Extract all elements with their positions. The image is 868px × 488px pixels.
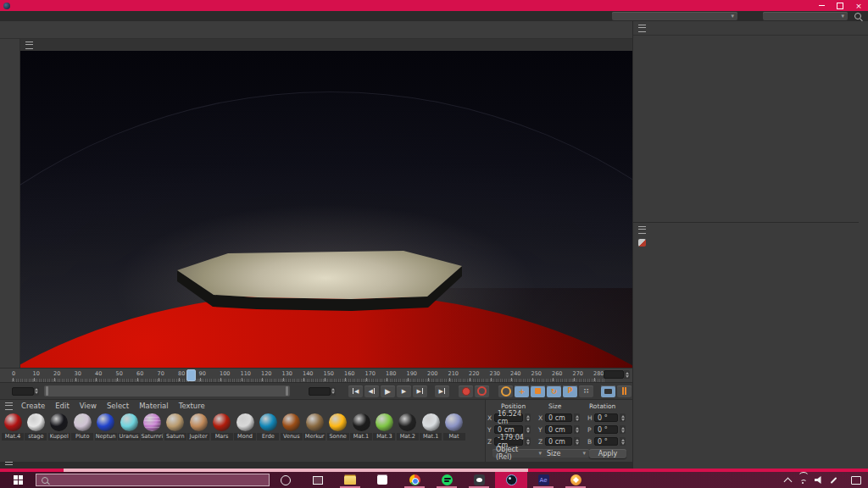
layout-select[interactable]: ▾ [763, 12, 848, 20]
after-effects-taskbar-icon[interactable]: Ae [527, 472, 559, 488]
key-scale-button[interactable] [531, 385, 545, 397]
stepper[interactable] [574, 437, 580, 446]
coord-value-field[interactable]: 0 cm [545, 437, 572, 446]
material-item[interactable]: Sonne [327, 413, 349, 441]
key-parameter-button[interactable]: P [563, 385, 577, 397]
material-item[interactable]: Mond [234, 413, 256, 441]
coord-value-field[interactable]: 0 ° [594, 425, 618, 434]
search-icon[interactable] [854, 13, 861, 19]
coord-value-field[interactable]: 0 ° [594, 413, 618, 422]
key-position-button[interactable]: + [515, 385, 529, 397]
material-item[interactable]: stage [25, 413, 47, 441]
coord-value-field[interactable]: 0 ° [594, 437, 618, 446]
maximize-button[interactable] [831, 0, 849, 11]
wifi-icon[interactable] [798, 476, 808, 484]
chrome-taskbar-icon[interactable] [398, 472, 431, 488]
material-item[interactable]: Mat.4 [2, 413, 24, 441]
material-item[interactable]: Pluto [71, 413, 93, 441]
cortana-button[interactable] [270, 472, 302, 488]
material-item[interactable]: Neptun [95, 413, 117, 441]
coord-mode-dropdown[interactable]: Object (Rel)▾ [492, 449, 545, 458]
material-menu-material[interactable]: Material [134, 402, 174, 410]
material-item[interactable]: Mat.3 [373, 413, 395, 441]
close-button[interactable]: × [849, 0, 868, 11]
material-item[interactable]: Merkur [303, 413, 326, 441]
motion-clips-button[interactable] [617, 385, 632, 397]
coord-value-field[interactable]: 0 cm [545, 425, 572, 434]
material-item[interactable]: Mat [443, 413, 465, 441]
key-rotation-button[interactable]: ↻ [547, 385, 561, 397]
stepper[interactable] [525, 425, 531, 434]
timeline-ruler[interactable]: 0102030405060708090100110120130140150160… [0, 368, 632, 382]
record-objects-button[interactable] [459, 385, 473, 397]
material-item[interactable]: Jupiter [187, 413, 209, 441]
explorer-taskbar-icon[interactable] [334, 472, 366, 488]
max-frame-field[interactable] [309, 387, 331, 396]
material-menu-create[interactable]: Create [16, 402, 50, 410]
material-menu-select[interactable]: Select [102, 402, 134, 410]
material-menu-texture[interactable]: Texture [174, 402, 210, 410]
material-item[interactable]: Saturn [164, 413, 186, 441]
material-item[interactable]: Mat.2 [397, 413, 419, 441]
minimize-button[interactable] [812, 0, 831, 11]
start-button[interactable] [0, 472, 36, 488]
coord-value-field[interactable]: 0 cm [545, 413, 572, 422]
range-start-stepper[interactable] [34, 387, 39, 396]
range-start-field[interactable] [12, 387, 34, 396]
taskbar-search-input[interactable] [36, 474, 270, 486]
coord-value-field[interactable]: -179.04 cm [494, 437, 523, 446]
coord-size-dropdown[interactable]: Size▾ [543, 449, 589, 458]
play-button[interactable]: ▶ [381, 385, 395, 397]
pen-icon[interactable] [831, 477, 837, 484]
stepper[interactable] [525, 437, 531, 446]
goto-end-button[interactable]: ▶ [435, 385, 449, 397]
autokeying-button[interactable] [475, 385, 489, 397]
material-menu-icon[interactable] [5, 402, 13, 410]
cinema4d-taskbar-icon[interactable] [495, 472, 527, 488]
max-frame-stepper[interactable] [331, 387, 336, 396]
material-item[interactable]: Venus [281, 413, 303, 441]
playhead[interactable] [186, 369, 196, 381]
goto-previous-key-button[interactable]: ◀ [364, 385, 379, 397]
spotify-taskbar-icon[interactable] [431, 472, 463, 488]
notification-icon[interactable] [851, 476, 861, 485]
stepper[interactable] [574, 425, 580, 434]
goto-next-key-button[interactable]: ▶ [413, 385, 427, 397]
material-item[interactable]: Mars [211, 413, 233, 441]
goto-start-button[interactable]: ◀ [348, 385, 363, 397]
material-menu-edit[interactable]: Edit [50, 402, 74, 410]
stepper[interactable] [525, 413, 531, 422]
solo-button[interactable] [601, 385, 615, 397]
objects-menu-icon[interactable] [638, 25, 646, 32]
key-pla-button[interactable]: ∷ [579, 385, 593, 397]
material-item[interactable]: Kuppel [48, 413, 70, 441]
material-menu-view[interactable]: View [75, 402, 102, 410]
material-item[interactable]: Uranus [118, 413, 140, 441]
game-taskbar-icon[interactable] [559, 472, 592, 488]
store-taskbar-icon[interactable] [366, 472, 398, 488]
preview-range-slider[interactable] [44, 385, 289, 396]
tray-chevron-icon[interactable] [784, 477, 793, 485]
volume-icon[interactable] [815, 476, 823, 484]
viewport-scene[interactable] [20, 51, 632, 368]
attributes-menu-icon[interactable] [638, 226, 646, 234]
material-item[interactable]: Mat.1 [350, 413, 372, 441]
stepper[interactable] [574, 413, 580, 422]
stepper[interactable] [620, 437, 626, 446]
frame-stepper[interactable] [624, 370, 630, 379]
coord-value-field[interactable]: 0 cm [494, 425, 523, 434]
stepper[interactable] [620, 413, 626, 422]
material-item[interactable]: Saturnrin [141, 413, 163, 441]
viewport[interactable] [20, 39, 632, 368]
viewport-menu-icon[interactable] [25, 42, 33, 49]
coord-value-field[interactable]: 16.524 cm [494, 413, 523, 422]
discord-taskbar-icon[interactable] [463, 472, 495, 488]
apply-button[interactable]: Apply [589, 449, 626, 458]
goto-next-frame-button[interactable]: ▶ [397, 385, 411, 397]
task-view-button[interactable] [302, 472, 334, 488]
stepper[interactable] [620, 425, 626, 434]
current-frame-field[interactable] [604, 370, 624, 379]
keyframe-selection-button[interactable] [498, 385, 513, 397]
node-space-select[interactable]: ▾ [612, 12, 737, 20]
material-item[interactable]: Erde [257, 413, 279, 441]
